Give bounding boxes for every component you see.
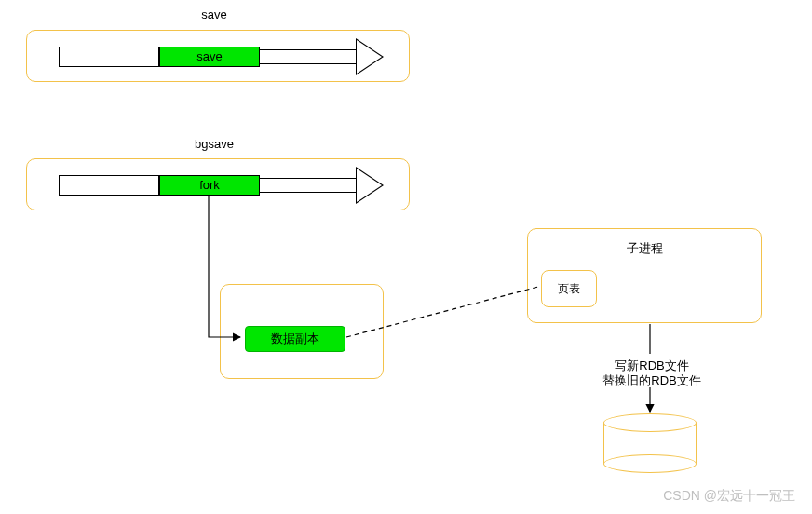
bgsave-seg-green: fork: [159, 175, 260, 196]
bgsave-arrow-shaft: [260, 178, 357, 193]
datacopy-block: 数据副本: [245, 326, 345, 352]
page-table-box: 页表: [541, 270, 597, 307]
bgsave-title: bgsave: [186, 137, 242, 151]
datacopy-container: 数据副本: [220, 284, 384, 379]
save-seg-empty: [59, 47, 159, 67]
save-seg-green: save: [159, 47, 260, 67]
bgsave-seg-empty: [59, 175, 159, 196]
save-container: save: [26, 30, 410, 82]
rdb-line2: 替换旧的RDB文件: [587, 372, 717, 389]
watermark: CSDN @宏远十一冠王: [663, 488, 795, 505]
bgsave-arrow-head: [356, 167, 384, 204]
save-arrow-shaft: [260, 49, 357, 64]
save-title: save: [186, 7, 242, 21]
childproc-container: 子进程 页表: [527, 228, 762, 323]
save-arrow-head: [356, 38, 384, 75]
rdb-cylinder: [603, 413, 697, 473]
bgsave-container: fork: [26, 158, 410, 210]
childproc-title: 子进程: [528, 240, 761, 257]
